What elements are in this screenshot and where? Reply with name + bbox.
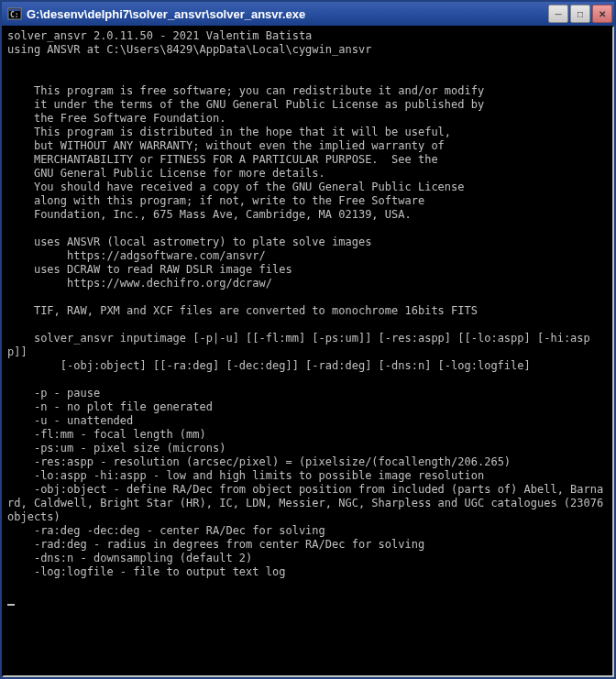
maximize-button[interactable]: □ xyxy=(570,5,590,23)
console-line: This program is distributed in the hope … xyxy=(7,126,609,139)
console-line xyxy=(7,71,609,84)
minimize-icon: ─ xyxy=(555,9,561,19)
maximize-icon: □ xyxy=(578,9,583,19)
console-line xyxy=(7,373,609,387)
console-window: C: G:\desenv\delphi7\solver_ansvr\solver… xyxy=(0,0,616,679)
console-line: -n - no plot file generated xyxy=(7,400,609,414)
console-line: Foundation, Inc., 675 Mass Ave, Cambridg… xyxy=(7,208,609,222)
titlebar[interactable]: C: G:\desenv\delphi7\solver_ansvr\solver… xyxy=(2,2,614,26)
console-line: -res:aspp - resolution (arcsec/pixel) = … xyxy=(7,455,609,469)
console-line: -ra:deg -dec:deg - center RA/Dec for sol… xyxy=(7,524,609,538)
console-line: -fl:mm - focal length (mm) xyxy=(7,428,609,442)
console-line: You should have received a copy of the G… xyxy=(7,181,609,194)
console-line: MERCHANTABILITY or FITNESS FOR A PARTICU… xyxy=(7,153,609,167)
console-line: GNU General Public License for more deta… xyxy=(7,167,609,181)
console-line xyxy=(7,222,609,235)
console-line: https://www.dechifro.org/dcraw/ xyxy=(7,277,609,290)
console-line xyxy=(7,318,609,332)
window-title: G:\desenv\delphi7\solver_ansvr\solver_an… xyxy=(27,7,548,21)
console-output: solver_ansvr 2.0.11.50 - 2021 Valentim B… xyxy=(2,26,614,677)
console-line: -dns:n - downsampling (default 2) xyxy=(7,552,609,565)
console-line: -rad:deg - radius in degrees from center… xyxy=(7,538,609,552)
console-line: -u - unattended xyxy=(7,414,609,428)
console-line: solver_ansvr 2.0.11.50 - 2021 Valentim B… xyxy=(7,29,609,43)
console-line: uses ANSVR (local astrometry) to plate s… xyxy=(7,235,609,249)
svg-text:C:: C: xyxy=(10,11,19,19)
close-icon: ✕ xyxy=(599,9,606,19)
console-line: [-obj:object] [[-ra:deg] [-dec:deg]] [-r… xyxy=(7,359,609,373)
console-line xyxy=(7,290,609,304)
console-line: This program is free software; you can r… xyxy=(7,84,609,98)
console-line xyxy=(7,579,609,593)
console-line: uses DCRAW to read RAW DSLR image files xyxy=(7,263,609,277)
app-icon: C: xyxy=(7,6,22,21)
minimize-button[interactable]: ─ xyxy=(548,5,568,23)
console-line: along with this program; if not, write t… xyxy=(7,194,609,208)
console-line: https://adgsoftware.com/ansvr/ xyxy=(7,249,609,263)
console-line: -p - pause xyxy=(7,387,609,400)
console-line: -ps:um - pixel size (microns) xyxy=(7,442,609,455)
console-line: the Free Software Foundation. xyxy=(7,112,609,126)
console-line: but WITHOUT ANY WARRANTY; without even t… xyxy=(7,139,609,153)
console-line: -log:logfile - file to output text log xyxy=(7,565,609,579)
cursor xyxy=(7,604,15,606)
console-line: using ANSVR at C:\Users\8429\AppData\Loc… xyxy=(7,43,609,57)
console-line: -lo:aspp -hi:aspp - low and high limits … xyxy=(7,469,609,483)
console-line: TIF, RAW, PXM and XCF files are converte… xyxy=(7,304,609,318)
console-line: -obj:object - define RA/Dec from object … xyxy=(7,483,609,524)
titlebar-buttons: ─ □ ✕ xyxy=(548,5,612,23)
console-line xyxy=(7,57,609,71)
close-button[interactable]: ✕ xyxy=(592,5,612,23)
console-line: it under the terms of the GNU General Pu… xyxy=(7,98,609,112)
console-line: solver_ansvr inputimage [-p|-u] [[-fl:mm… xyxy=(7,332,609,359)
